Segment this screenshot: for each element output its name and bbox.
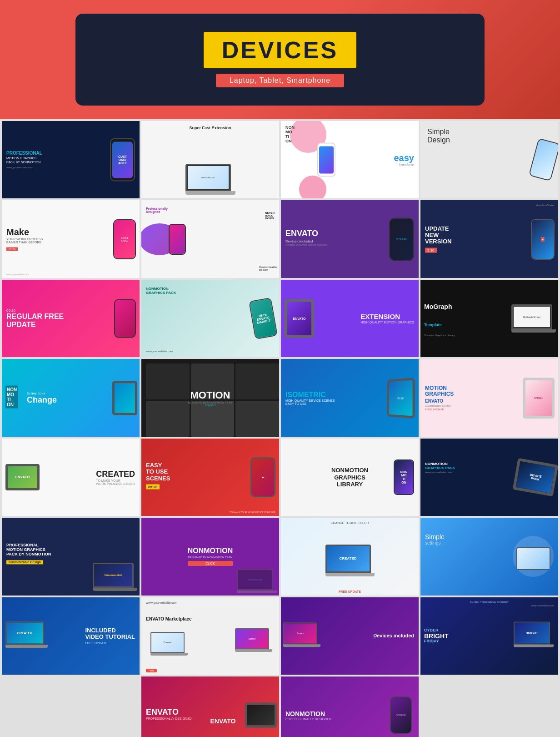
grid-item-15: ISOMETRIC HIGH-QUALITY DEVICE SCENESEASY… — [281, 359, 419, 436]
grid-item-22: NONMOTION DESIGNED BY NONMOTION TEAM CLI… — [141, 518, 279, 595]
grid-item-26: www.yourwebsite.com ENVATO Marketplace C… — [141, 597, 279, 675]
grid-item-7: SCREEN ENVATO Devices included Created w… — [281, 200, 419, 278]
grid-item-14: MOTION DESIGNED BY NONMOTION TEAM ENVATO — [141, 359, 279, 436]
hero-subtitle-box: Laptop, Tablet, Smartphone — [216, 74, 344, 87]
grid-item-21: PROFESSIONALMOTION GRAPHICSPACK BY NONMO… — [2, 518, 140, 595]
grid-item-30: NONMOTION PROFESSIONALLY DESIGNED SCREEN — [281, 676, 419, 737]
grid-item-10: NONMOTIONGRAPHICS PACK www.yourwebsite.c… — [141, 280, 279, 357]
hero-section: DEVICES Laptop, Tablet, Smartphone — [0, 0, 560, 119]
grid-item-17: ENVATO CREATED TO MAKE YOURWORK PROCESS … — [2, 439, 140, 516]
grid-item-8: UPDATENEWVERSION 5:20 ■ aftereffectsShak… — [420, 200, 558, 278]
grid-item-23: CHANGE TO ANY COLOR CREATED FREE UPDATE — [281, 518, 419, 595]
grid-item-6: ProfessionallyDesigned NEVERBACKDOWN Cus… — [141, 200, 279, 278]
grid-item-27: Screen Devices included — [281, 597, 419, 675]
hero-title: DEVICES — [222, 36, 338, 64]
grid-item-4: Simple Design — [420, 121, 558, 198]
grid-item-12: MoGraph Screen MoGraph Template Creative… — [420, 280, 558, 357]
grid-item-11: ENVATO EXTENSION HIGH QUALITY MOTION GRA… — [281, 280, 419, 357]
grid-item-13: NONMOTION to any color Change — [2, 359, 140, 436]
grid-item-19: NONMOTIONGRAPHICSLIBRARY NONMOTION — [281, 439, 419, 516]
grid-item-24: Simple settings — [420, 518, 558, 595]
grid-item-29: ENVATO PROFESSIONALLY DESIGNED ENVATO — [141, 676, 279, 737]
grid-item-16: MOTIONGRAPHICS ENVATO Customizable Desig… — [420, 359, 558, 436]
grid-item-3: easy transform NONMOTION — [281, 121, 419, 198]
grid-item-1: PROFESSIONAL MOTION GRAPHICSPACK BY NONM… — [2, 121, 140, 198]
grid-item-20: DEVICEPACK NONMOTION GRAPHICS PACK www.y… — [420, 439, 558, 516]
grid-item-18: EASYTO USESCENES 05:20 ■ TO MAKE YOUR WO… — [141, 439, 279, 516]
grid-item-5: Make YOUR WORK PROCESSEASIER THAN BEFORE… — [2, 200, 140, 278]
grid-item-28: ENVATO CYBER FRIDAY INTERNET www.yourweb… — [420, 597, 558, 675]
screenshot-grid: PROFESSIONAL MOTION GRAPHICSPACK BY NONM… — [0, 119, 560, 737]
hero-title-box: DEVICES — [204, 32, 356, 68]
hero-subtitle: Laptop, Tablet, Smartphone — [230, 76, 330, 85]
grid-item-2: Super Fast Extension www.site.com — [141, 121, 279, 198]
grid-item-25: CREATED INCLUDEDVIDEO TUTORIAL FREE UPDA… — [2, 597, 140, 675]
hero-banner: DEVICES Laptop, Tablet, Smartphone — [75, 14, 485, 106]
grid-item-9: 05:20 REGULAR FREEUPDATE — [2, 280, 140, 357]
